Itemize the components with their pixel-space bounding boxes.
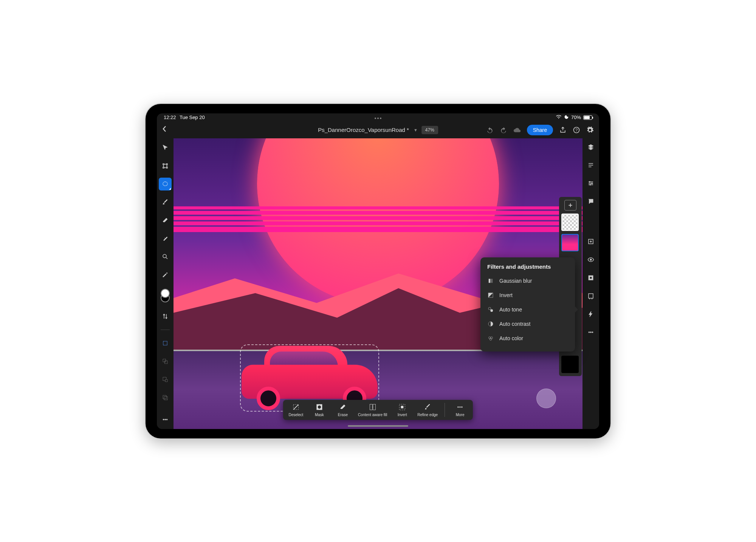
tool-zoom[interactable] [159,250,172,263]
deselect-icon [292,403,300,411]
svg-point-12 [166,419,167,420]
battery-pct: 70% [571,115,581,120]
more-icon [456,403,464,411]
tool-eraser[interactable] [159,214,172,227]
rtool-comments[interactable] [584,196,597,207]
ctx-erase[interactable]: Erase [335,403,351,417]
status-left: 12:22 Tue Sep 20 [164,115,207,120]
svg-rect-3 [163,341,167,345]
undo-button[interactable] [486,126,494,134]
multitask-dots[interactable] [375,118,381,119]
artwork-sun-stripes [174,206,582,232]
svg-point-42 [490,338,491,340]
workspace: Deselect Mask Erase Content aware fill [157,138,599,429]
svg-rect-34 [489,279,491,283]
tool-swap-colors[interactable] [159,310,172,323]
rtool-more[interactable] [584,327,597,338]
svg-point-29 [590,277,592,279]
left-toolbar [157,138,174,429]
svg-rect-5 [165,361,168,364]
ctx-invert[interactable]: Invert [394,403,411,417]
invert-icon [398,403,406,411]
svg-point-37 [488,307,491,310]
refine-edge-icon [423,403,432,411]
back-button[interactable] [162,125,173,134]
screen: 12:22 Tue Sep 20 70% Ps_ [157,113,599,429]
share-button[interactable]: Share [527,125,553,135]
svg-point-10 [163,419,164,420]
tool-marquee-add[interactable] [159,355,172,368]
status-time: 12:22 [164,115,176,120]
rtool-mask[interactable] [584,272,597,283]
battery-icon [583,115,592,120]
filter-auto-contrast[interactable]: Auto contrast [480,317,575,331]
filter-auto-tone[interactable]: Auto tone [480,302,575,317]
content-aware-icon [369,403,377,411]
tool-marquee-intersect[interactable] [159,391,172,404]
svg-point-38 [490,309,493,312]
svg-point-22 [461,406,462,407]
filters-popover: Filters and adjustments Gaussian blur In… [480,257,575,352]
dnd-moon-icon [564,115,569,121]
tool-move[interactable] [159,141,172,154]
ctx-more[interactable]: More [452,403,468,417]
tool-brush[interactable] [159,196,172,209]
color-swatches[interactable] [161,289,170,302]
ctx-content-aware-fill[interactable]: Content aware fill [358,403,387,417]
layer-thumb-black[interactable] [561,356,579,373]
redo-button[interactable] [500,126,507,134]
gaussian-blur-icon [487,277,494,284]
add-layer-button[interactable] [564,200,576,211]
status-bar: 12:22 Tue Sep 20 70% [157,113,599,122]
context-toolbar: Deselect Mask Erase Content aware fill [283,400,473,420]
svg-rect-19 [401,406,404,408]
ctx-deselect[interactable]: Deselect [288,403,304,417]
svg-rect-17 [373,404,375,410]
foreground-color[interactable] [161,289,170,298]
filter-auto-color[interactable]: Auto color [480,331,575,345]
doc-title-area[interactable]: Ps_DannerOrozco_VaporsunRoad * ▼ 47% [318,126,438,134]
rtool-layer-props[interactable] [584,160,597,171]
filter-invert[interactable]: Invert [480,288,575,302]
svg-point-33 [592,331,593,333]
layer-thumb-hidden[interactable] [561,214,579,231]
rtool-sliders[interactable] [584,178,597,189]
zoom-indicator[interactable]: 47% [421,126,438,134]
svg-point-41 [491,337,493,339]
ctx-mask[interactable]: Mask [311,403,328,417]
rtool-add-layer[interactable] [584,236,597,247]
auto-tone-icon [487,306,494,313]
help-icon[interactable]: ? [573,126,580,134]
svg-point-40 [489,337,491,339]
home-indicator[interactable] [348,425,408,427]
touch-shortcut-puck[interactable] [536,389,556,408]
svg-point-23 [589,181,590,182]
svg-point-27 [590,259,592,260]
svg-text:?: ? [575,127,578,132]
tool-lasso-select[interactable] [159,178,172,190]
tool-eyedropper[interactable] [159,268,172,281]
svg-point-31 [589,331,590,333]
rtool-layers[interactable] [584,141,597,153]
invert-adj-icon [487,292,494,299]
settings-gear-icon[interactable] [586,126,594,134]
svg-point-15 [318,405,321,408]
tool-more[interactable] [159,413,172,426]
svg-point-24 [592,183,593,184]
rtool-clip[interactable] [584,290,597,302]
svg-rect-9 [164,396,167,400]
layer-thumb-active[interactable] [561,234,579,251]
tool-transform[interactable] [159,160,172,172]
wifi-icon [556,115,562,120]
cloud-sync-icon[interactable] [513,126,521,134]
ctx-refine-edge[interactable]: Refine edge [417,403,438,417]
tool-healing-brush[interactable] [159,232,172,245]
tool-marquee-subtract[interactable] [159,373,172,386]
export-icon[interactable] [559,126,567,134]
svg-rect-35 [491,279,493,283]
tool-rect-select[interactable] [159,337,172,350]
rtool-visibility[interactable] [584,254,597,265]
svg-point-25 [590,184,591,185]
rtool-filters-lightning[interactable] [584,308,597,320]
filter-gaussian-blur[interactable]: Gaussian blur [480,274,575,288]
